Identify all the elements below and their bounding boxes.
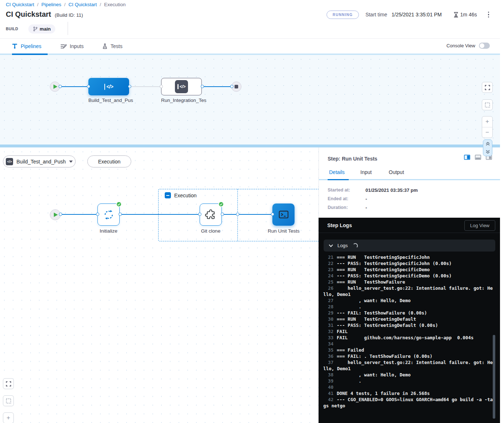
play-icon [53, 84, 57, 89]
code-icon: </> [6, 158, 13, 165]
console-view-toggle[interactable] [479, 43, 490, 49]
stop-icon [235, 85, 238, 88]
edge [60, 214, 98, 215]
step-logs-header: Step Logs Log View [319, 218, 500, 233]
active-tab-underline [12, 54, 48, 55]
step-node-run-unit-tests[interactable] [272, 203, 295, 226]
tab-tests[interactable]: Tests [103, 39, 123, 54]
play-icon [54, 213, 58, 217]
layout-split-right-button[interactable] [464, 155, 470, 160]
flask-icon [103, 43, 107, 49]
more-options-menu[interactable] [486, 10, 492, 19]
canvas-select-button[interactable] [482, 99, 493, 110]
breadcrumb-separator: / [100, 2, 101, 7]
tab-label: Tests [111, 43, 123, 49]
page-title: CI Quickstart [6, 10, 51, 19]
header-divider [68, 22, 68, 35]
step-node-git-clone[interactable] [200, 203, 222, 226]
canvas-fullscreen-button[interactable] [482, 82, 493, 93]
branch-name: main [40, 26, 51, 32]
log-line: 28 . [323, 304, 493, 310]
log-line: 36=== FAIL: . TestShowFailure (0.00s) [323, 353, 493, 359]
edge [203, 86, 232, 87]
fullscreen-icon [6, 381, 11, 387]
layout-bottom-button[interactable] [475, 155, 481, 160]
breadcrumb-link-pipeline[interactable]: CI Quickstart [6, 2, 34, 7]
tab-pipelines[interactable]: Pipelines [12, 39, 41, 54]
inputs-icon [60, 44, 67, 49]
logs-section-label: Logs [337, 243, 348, 248]
step-node-initialize[interactable] [97, 203, 120, 226]
git-clone-plugin-icon [205, 209, 217, 221]
logs-accordion-header[interactable]: Logs [324, 240, 495, 252]
stage-selector-label: Build_Test_and_Push [16, 159, 65, 165]
detail-label: Duration: [328, 205, 365, 210]
branch-chip[interactable]: main [28, 24, 55, 33]
canvas-fullscreen-button[interactable] [3, 378, 14, 389]
log-line: 37 hello_server_test.go:22: Intentional … [323, 359, 493, 372]
chevron-down-icon [69, 161, 73, 163]
code-icon: </> [175, 80, 188, 93]
collapse-group-button[interactable] [165, 192, 171, 198]
log-line: 41DONE 4 tests, 1 failure in 26.568s [323, 390, 493, 396]
execution-view-button[interactable]: Execution [87, 155, 131, 167]
execution-button-label: Execution [98, 159, 120, 165]
step-logs-panel: Step Logs Log View Logs 21=== RUN TestGr… [319, 218, 500, 423]
marquee-select-icon [6, 398, 11, 404]
breadcrumb-separator: / [64, 2, 66, 7]
tab-input[interactable]: Input [360, 169, 372, 175]
stage-node-label: Run_Integration_Tes [161, 98, 204, 103]
code-icon: </> [104, 84, 113, 90]
log-line: 21=== RUN TestGreetingSpecificJohn [323, 254, 493, 260]
hourglass-icon [453, 12, 459, 17]
log-line: 26 hello_server_test.go:22: Intentional … [323, 285, 493, 297]
detail-row-ended-at: Ended at: - [328, 196, 418, 202]
log-line: 30=== RUN TestGreetingDefault [323, 316, 493, 322]
success-check-icon [218, 201, 224, 207]
canvas-select-button[interactable] [3, 395, 14, 406]
zoom-in-button[interactable]: + [482, 116, 492, 127]
log-line: 22--- PASS: TestGreetingSpecificJohn (0.… [323, 260, 493, 266]
zoom-out-button[interactable]: − [482, 127, 492, 138]
log-line: 31--- PASS: TestGreetingDefault (0.00s) [323, 322, 493, 328]
zoom-in-button[interactable]: + [3, 412, 14, 423]
stage-selector-dropdown[interactable]: </> Build_Test_and_Push [3, 155, 76, 167]
tab-details[interactable]: Details [329, 169, 345, 175]
tab-label: Pipelines [21, 43, 41, 49]
log-lines: 21=== RUN TestGreetingSpecificJohn22--- … [323, 254, 493, 419]
pipeline-icon [12, 43, 17, 49]
canvas-divider[interactable] [0, 145, 500, 147]
breadcrumb-link-pipeline-2[interactable]: CI Quickstart [68, 2, 97, 7]
edge [120, 214, 200, 215]
log-line: 32FAIL [323, 328, 493, 335]
stage-node-run-integration-tests[interactable]: </> [161, 78, 202, 95]
log-line: 34 [323, 341, 493, 347]
tab-output[interactable]: Output [389, 169, 404, 175]
execution-canvas[interactable]: </> Build_Test_and_Push Execution Execut… [0, 147, 319, 423]
log-line: 35=== Failed [323, 347, 493, 353]
fullscreen-icon [485, 85, 490, 90]
log-view-button[interactable]: Log View [464, 220, 495, 231]
breadcrumb-link-pipelines[interactable]: Pipelines [41, 2, 61, 7]
chevrons-down-icon [485, 149, 490, 154]
detail-value: 01/25/2021 03:35:37 pm [365, 187, 418, 193]
terminal-icon [278, 209, 289, 221]
log-scrollbar[interactable] [493, 335, 495, 419]
tab-label: Inputs [70, 43, 84, 49]
log-line: 29--- FAIL: TestShowFailure (0.00s) [323, 310, 493, 316]
panel-expand-collapse[interactable] [483, 139, 492, 156]
detail-row-duration: Duration: - [328, 205, 418, 210]
edge [60, 86, 89, 87]
stage-node-build-test-and-push[interactable]: </> [88, 78, 129, 95]
tab-inputs[interactable]: Inputs [60, 39, 84, 54]
pipeline-canvas[interactable]: </> Build_Test_and_Pus </> Run_Integrati… [0, 55, 500, 145]
step-node-label: Git clone [200, 228, 222, 234]
step-panel-title: Step: Run Unit Tests [328, 156, 377, 162]
detail-label: Ended at: [328, 196, 365, 202]
log-line: 27 , want: Hello, Demo [323, 297, 493, 304]
chevrons-up-icon [485, 141, 490, 146]
log-line: 24--- PASS: TestGreetingSpecificDemo (0.… [323, 273, 493, 279]
loading-spinner-icon [353, 243, 358, 248]
detail-label: Started at: [328, 187, 365, 193]
log-line: 25=== RUN TestShowFailure [323, 279, 493, 285]
